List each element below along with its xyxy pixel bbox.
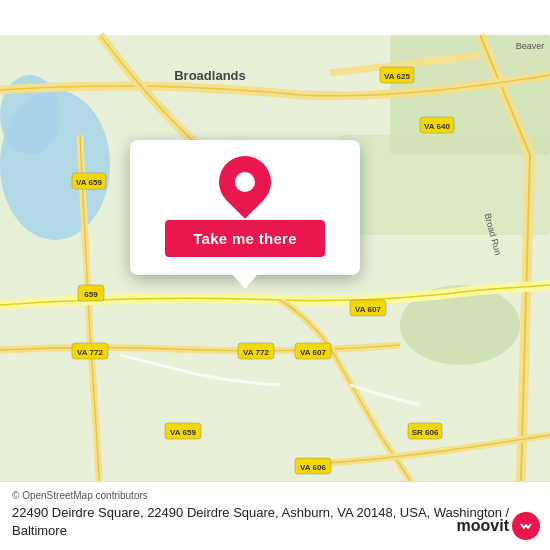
popup-card: Take me there [130,140,360,275]
moovit-brand-icon [512,512,540,540]
svg-text:VA 772: VA 772 [243,348,269,357]
svg-text:VA 625: VA 625 [384,72,410,81]
svg-text:SR 606: SR 606 [412,428,439,437]
svg-text:Beaver: Beaver [516,41,545,51]
svg-text:659: 659 [84,290,98,299]
svg-text:VA 659: VA 659 [170,428,196,437]
svg-text:VA 607: VA 607 [300,348,326,357]
svg-text:VA 606: VA 606 [300,463,326,472]
map-container: VA 625 VA 640 VA 659 659 VA 772 VA 772 V… [0,0,550,550]
svg-text:VA 659: VA 659 [76,178,102,187]
take-me-there-button[interactable]: Take me there [165,220,325,257]
svg-text:Broadlands: Broadlands [174,68,246,83]
location-pin-icon [208,145,282,219]
svg-text:VA 640: VA 640 [424,122,450,131]
svg-text:VA 772: VA 772 [77,348,103,357]
map-background: VA 625 VA 640 VA 659 659 VA 772 VA 772 V… [0,0,550,550]
moovit-brand-text: moovit [457,517,509,535]
svg-text:VA 607: VA 607 [355,305,381,314]
osm-credit: © OpenStreetMap contributors [12,490,538,501]
svg-rect-4 [340,135,550,235]
moovit-logo: moovit [457,512,540,540]
